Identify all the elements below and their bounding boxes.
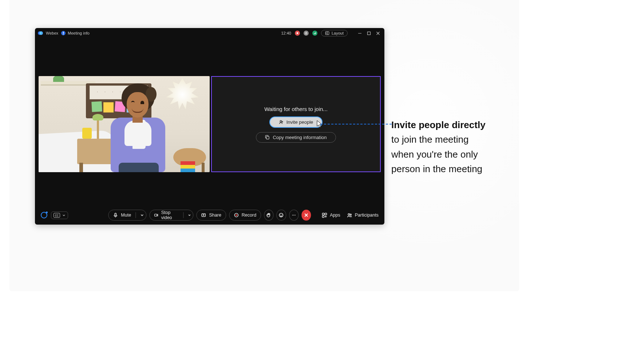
participants-label: Participants (355, 213, 379, 218)
svg-rect-3 (314, 33, 315, 34)
svg-rect-15 (266, 136, 269, 139)
svg-point-24 (282, 214, 282, 215)
layout-label: Layout (332, 31, 344, 35)
share-label: Share (209, 213, 221, 218)
ellipsis-icon (291, 213, 296, 218)
svg-rect-1 (305, 33, 307, 34)
canvas-background: Webex Meeting info 12:40 (9, 0, 519, 291)
webex-logo-icon (38, 31, 43, 36)
annotation-text: Invite people directly to join the meeti… (391, 118, 501, 176)
svg-point-27 (295, 215, 296, 215)
invite-people-button[interactable]: Invite people (269, 116, 323, 128)
svg-rect-30 (323, 213, 324, 215)
reactions-button[interactable] (277, 210, 286, 221)
window-minimize-button[interactable] (358, 31, 362, 35)
annotation-line2: when you're the only (391, 149, 478, 160)
svg-rect-16 (115, 213, 116, 216)
raise-hand-button[interactable] (264, 210, 273, 221)
window-close-button[interactable] (376, 31, 380, 35)
assistant-icon[interactable] (41, 212, 47, 218)
svg-rect-31 (325, 213, 327, 215)
apps-icon (322, 213, 327, 218)
camera-icon (154, 213, 158, 218)
more-options-button[interactable] (289, 210, 298, 221)
record-button[interactable]: Record (229, 210, 261, 221)
chevron-down-icon[interactable] (140, 213, 144, 217)
webex-meeting-window: Webex Meeting info 12:40 (35, 28, 384, 225)
hand-icon (266, 213, 271, 218)
self-video-tile[interactable] (39, 76, 210, 172)
participants-button[interactable]: Participants (347, 213, 379, 218)
annotation-connector (320, 124, 392, 124)
annotation-bold: Invite people directly (391, 119, 486, 130)
window-maximize-button[interactable] (367, 31, 371, 35)
meeting-toolbar: cc Mute Stop video (35, 206, 384, 225)
share-button[interactable]: Share (196, 210, 226, 221)
titlebar: Webex Meeting info 12:40 (35, 28, 384, 38)
record-label: Record (242, 213, 256, 218)
svg-point-33 (348, 213, 350, 215)
annotation-line3: person in the meeting (391, 163, 482, 174)
svg-point-0 (297, 32, 298, 34)
meeting-info-label: Meeting info (68, 31, 90, 35)
invite-label: Invite people (286, 119, 313, 125)
apps-label: Apps (330, 213, 340, 218)
recording-indicator-icon[interactable] (295, 31, 300, 36)
svg-point-12 (280, 120, 281, 122)
record-icon (234, 213, 239, 218)
network-quality-icon[interactable] (312, 31, 317, 36)
svg-rect-18 (154, 214, 157, 216)
waiting-message: Waiting for others to join... (264, 106, 328, 112)
copy-meeting-info-button[interactable]: Copy meeting information (256, 132, 336, 143)
close-icon (304, 213, 309, 217)
clock-time: 12:40 (281, 31, 291, 35)
microphone-icon (113, 213, 118, 218)
copy-label: Copy meeting information (273, 135, 327, 140)
info-icon (61, 31, 66, 35)
smile-icon (279, 213, 284, 218)
chevron-down-icon (62, 214, 66, 217)
svg-rect-32 (323, 215, 324, 217)
mute-label: Mute (121, 213, 131, 218)
apps-button[interactable]: Apps (322, 213, 340, 218)
meeting-info-button[interactable]: Meeting info (61, 31, 90, 35)
svg-point-34 (350, 214, 351, 215)
svg-rect-9 (368, 32, 371, 35)
stop-video-button[interactable]: Stop video (149, 210, 193, 221)
share-icon (201, 213, 206, 218)
stop-video-label: Stop video (161, 210, 179, 220)
mute-button[interactable]: Mute (108, 210, 146, 221)
cc-icon: cc (54, 213, 60, 218)
svg-rect-4 (315, 32, 316, 34)
svg-rect-2 (314, 33, 314, 34)
app-name: Webex (46, 31, 58, 35)
participants-icon (347, 213, 352, 218)
chevron-down-icon[interactable] (188, 213, 191, 217)
closed-captions-button[interactable]: cc (51, 211, 68, 219)
svg-point-21 (236, 214, 237, 216)
end-call-button[interactable] (302, 210, 311, 221)
annotation-line1: to join the meeting (391, 134, 468, 145)
svg-point-23 (280, 214, 281, 215)
layout-button[interactable]: Layout (321, 30, 348, 36)
svg-point-25 (292, 215, 293, 215)
lock-indicator-icon[interactable] (304, 31, 309, 36)
self-video-placeholder (39, 76, 210, 172)
svg-point-26 (293, 215, 294, 215)
